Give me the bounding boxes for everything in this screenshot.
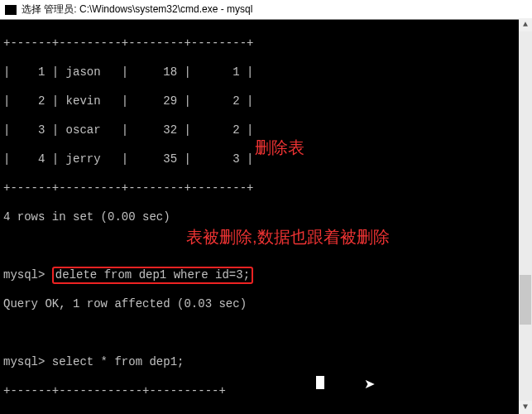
mysql-prompt-select-dep1: mysql> select * from dep1; (3, 355, 529, 370)
window-title: 选择 管理员: C:\Windows\system32\cmd.exe - my… (22, 2, 252, 17)
table-row: | 3 | oscar | 32 | 2 | (3, 123, 529, 138)
cmd-window: 选择 管理员: C:\Windows\system32\cmd.exe - my… (0, 0, 532, 414)
vertical-scrollbar[interactable]: ▲ ▼ (519, 18, 532, 414)
mouse-cursor-icon: ➤ (364, 376, 375, 392)
title-bar[interactable]: 选择 管理员: C:\Windows\system32\cmd.exe - my… (0, 0, 532, 20)
mysql-prompt-delete: mysql> delete from dep1 where id=3; (3, 268, 529, 283)
scroll-thumb[interactable] (520, 275, 531, 325)
delete-statement-highlight: delete from dep1 where id=3; (52, 267, 253, 285)
table-sep: +------+------------+----------+ (3, 384, 529, 399)
scroll-down-button[interactable]: ▼ (519, 401, 532, 414)
table-sep: +------+---------+--------+--------+ (3, 36, 529, 51)
annotation-cascade-delete: 表被删除,数据也跟着被删除 (186, 227, 390, 248)
cmd-icon (5, 5, 17, 15)
result-summary: Query OK, 1 row affected (0.03 sec) (3, 297, 529, 312)
table-sep: +------+---------+--------+--------+ (3, 181, 529, 196)
table-row: | 2 | kevin | 29 | 2 | (3, 94, 529, 109)
scroll-up-button[interactable]: ▲ (519, 18, 532, 31)
table-row: | 1 | jason | 18 | 1 | (3, 65, 529, 80)
text-caret (316, 376, 324, 389)
annotation-delete-table: 删除表 (255, 137, 304, 158)
result-summary: 4 rows in set (0.00 sec) (3, 210, 529, 225)
terminal-output[interactable]: +------+---------+--------+--------+ | 1… (0, 20, 532, 414)
